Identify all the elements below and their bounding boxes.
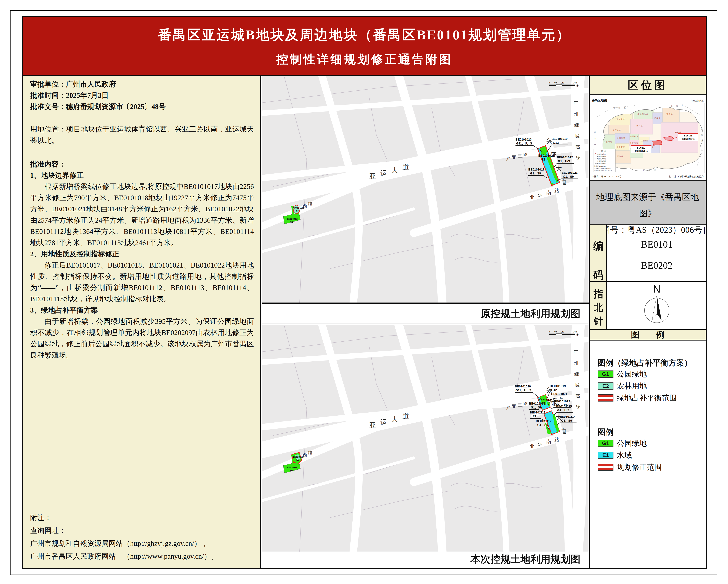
label-BE0101020-use: G11、U、S — [516, 389, 531, 392]
legend-swatch-e2-code: E2 — [602, 383, 609, 389]
legend-note1: 本图界线不作为权属争议依据 — [594, 168, 610, 169]
land-location: 用地位置：项目地块位于亚运城体育馆以西、兴亚三路以南，亚运城天荟以北。 — [30, 124, 254, 146]
unit-code-label: 编码 — [593, 232, 604, 290]
legend-swatch-e2: E2 — [598, 382, 614, 390]
label-BE0101112: BE0101112 — [536, 419, 551, 423]
district-xiaoguwei: 小谷围街道 — [638, 113, 648, 115]
label-BE0101020: BE0101020 — [515, 385, 531, 388]
district-map-producer: 监 制：广州市规划和自然资源局 — [669, 175, 704, 178]
notes-block: 附注： 查询网址： 广州市规划和自然资源局网站（http://ghzyj.gz.… — [30, 511, 254, 563]
district-shibi: 石壁街道 — [604, 141, 612, 143]
section1-heading: 1、地块边界修正 — [30, 170, 254, 181]
label-BE0202097-use: E2 — [296, 459, 299, 461]
scalebar-180: 180 — [561, 81, 564, 84]
location-map-svg: 番禺区地图 行政区划简版 — [590, 96, 706, 180]
scalebar-unit: 米 — [576, 84, 579, 87]
unit-code-label-cell: 编码 — [590, 224, 607, 281]
label-BE0101022-use: G1、U/S — [558, 160, 570, 163]
north-arrow: N — [635, 283, 678, 328]
section1-body: 根据新增桥梁线位修正地块边界,将原控规中BE0101017地块由2256平方米修… — [30, 181, 254, 248]
legend-swatch-balance-range — [598, 394, 614, 401]
district-shatou: 沙头街道 — [617, 146, 625, 148]
neighbor-huangpu: 黄埔区 — [671, 105, 685, 107]
legend-swatch-e1: E1 — [598, 452, 614, 459]
scalebar-0: 0 — [549, 81, 550, 84]
scalebar-unit: 米 — [576, 334, 579, 336]
district-shawan: 沙湾街道 — [615, 155, 623, 157]
legend-county-line: 县级行政界线 — [597, 160, 606, 162]
label-BE0101019-use: G12 — [551, 388, 557, 392]
sidebar: 区位图 番禺区地图 行政区划简版 — [589, 76, 706, 568]
legend1-farm-forest: 农林用地 — [617, 382, 647, 390]
maps-column: 亚运大道 兴亚三路 兴亚大道 亚运南路 兴业西路 广州绕城高速 0 90 180… — [262, 76, 589, 568]
compass-row: 指北针 N — [590, 281, 706, 329]
header-banner: 番禺区亚运城B地块及周边地块（番禺区BE0101规划管理单元） 控制性详细规划修… — [23, 17, 706, 76]
label-BE0202097: BE0202097 — [293, 456, 305, 458]
unit-BE0202-area — [652, 140, 662, 145]
legend-prefecture-line: 地级行政界线 — [597, 158, 606, 160]
unit-BE0202-code: BE0202 — [637, 147, 645, 149]
legend1-park-green: 公园绿地 — [617, 370, 647, 378]
map-revised-plan: 亚运大道 兴亚三路 兴亚大道 亚运南路 兴业西路 广州绕城高速 0 90 180… — [262, 325, 589, 552]
label-BE0101018-use: E1 — [542, 158, 545, 161]
label-BE0101017-use: G1、S9 — [531, 406, 542, 409]
district-map-subtitle: 行政区划简版 — [691, 99, 704, 102]
label-BE0101019: BE0101019 — [551, 137, 568, 140]
map2-caption: 本次控规土地利用规划图 — [262, 552, 589, 568]
label-BE0101021: BE0101021 — [562, 171, 578, 175]
query-link-panyu: 广州市番禺区人民政府网站 （http://www.panyu.gov.cn/）。 — [30, 550, 254, 563]
unit-BE0101-code: BE0101 — [684, 134, 692, 137]
unit-BE0202-label: 规划管理单元 — [634, 150, 648, 152]
legend1-title: 图例（绿地占补平衡方案） — [598, 357, 692, 368]
legend1-balance-range: 绿地占补平衡范围 — [617, 394, 677, 402]
legend-section-title: 图 例 — [590, 329, 706, 341]
label-BE0101019: BE0101019 — [550, 384, 566, 388]
label-BE0101018-use: E1 — [542, 403, 545, 406]
section2-heading: 2、用地性质及控制指标修正 — [30, 248, 254, 260]
location-map: 番禺区地图 行政区划简版 — [590, 96, 706, 180]
district-hualong: 化龙镇 — [667, 113, 673, 115]
district-donghuan: 东环街道 — [630, 135, 639, 137]
legend2-park-green: 公园绿地 — [617, 439, 647, 447]
legend-town-line: 镇级行政界线 — [597, 163, 606, 164]
notes-heading: 附注： — [30, 511, 254, 524]
section3-heading: 3、绿地占补平衡方案 — [30, 304, 254, 316]
source-line1: 地理底图来源于《番禺区地图》 — [590, 189, 706, 222]
label-BE0101113: BE0101113 — [530, 411, 545, 414]
unit-code-BE0101: BE0101 — [608, 234, 706, 255]
legend2-title: 图例 — [598, 427, 614, 437]
label-BE0101019-use: G12 — [553, 141, 559, 144]
legend-swatch-revision-range — [598, 463, 614, 471]
scalebar-90: 90 — [554, 330, 557, 333]
label-BE0101020: BE0101020 — [516, 138, 531, 141]
label-BE0101018: BE0101018 — [538, 154, 554, 157]
legend-scale: 比例尺 1：200 000 — [594, 165, 606, 167]
legend-section: 图例（绿地占补平衡方案） G1 公园绿地 E2 农林用地 绿地占补平衡范围 图例… — [590, 341, 706, 568]
section2-body: 修正后BE0101017、BE0101018、BE0101021、BE01010… — [30, 260, 254, 304]
label-BE0202097-use: E2 — [296, 210, 299, 212]
label-BE0101114-use: G1、S9 — [561, 419, 572, 422]
location-map-title: 区位图 — [590, 76, 706, 95]
unit-BE0101-label: 规划管理单元 — [681, 138, 695, 140]
page-title-line2: 控制性详细规划修正通告附图 — [23, 51, 706, 68]
scalebar-0: 0 — [549, 330, 550, 333]
label-BE0202157: BE0202157 — [287, 218, 298, 220]
query-link-ghzyj: 广州市规划和自然资源局网站（http://ghzyj.gz.gov.cn/）， — [30, 537, 254, 550]
section3-body: 由于新增桥梁，公园绿地面积减少395平方米。为保证公园绿地面积不减少，在相邻规划… — [30, 316, 254, 361]
label-BE0101114: BE0101114 — [560, 415, 575, 419]
legend-swatch-e1-code: E1 — [602, 452, 609, 458]
label-BE0101022: BE0101022 — [557, 156, 573, 159]
district-legend-title: 图例 — [601, 150, 607, 152]
district-dashi: 大石街道 — [613, 129, 621, 131]
legend-county-center: 县级行政中心 — [597, 153, 606, 155]
compass-label: 指北针 — [593, 287, 604, 328]
district-shiqiao: 市桥街道 — [630, 142, 638, 144]
content-heading: 批准内容： — [30, 158, 254, 170]
legend-swatch-g1b-code: G1 — [602, 440, 609, 446]
label-BE0101017: BE0101017 — [528, 168, 544, 171]
neighbor-haizhu: 海珠区 — [613, 107, 627, 109]
legend-swatch-g1b: G1 — [598, 440, 614, 447]
map1-svg: 亚运大道 兴亚三路 兴亚大道 亚运南路 兴业西路 广州绕城高速 0 90 180… — [262, 76, 589, 302]
approval-date: 批准时间：2025年7月3日 — [30, 90, 254, 101]
label-BE0101113-use: E1 — [532, 415, 536, 418]
